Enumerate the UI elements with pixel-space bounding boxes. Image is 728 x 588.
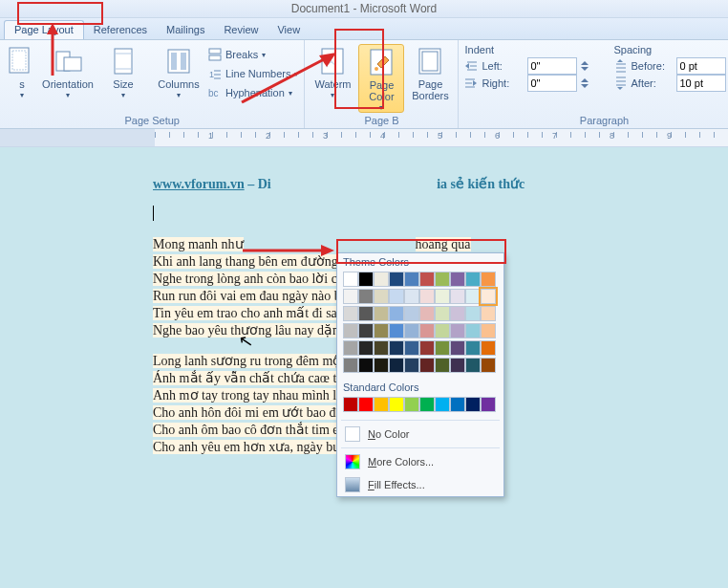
theme-color-swatch[interactable]	[343, 340, 358, 356]
theme-color-swatch[interactable]	[465, 272, 481, 287]
theme-color-swatch[interactable]	[465, 358, 481, 373]
theme-color-swatch[interactable]	[358, 358, 374, 373]
indent-right-spinner[interactable]	[581, 75, 594, 92]
theme-color-swatch[interactable]	[419, 358, 435, 373]
theme-color-swatch[interactable]	[404, 289, 419, 304]
theme-color-swatch[interactable]	[481, 272, 496, 287]
theme-color-swatch[interactable]	[389, 323, 404, 338]
vforum-link[interactable]: www.vforum.vn	[153, 177, 245, 191]
theme-color-swatch[interactable]	[343, 323, 358, 338]
theme-color-swatch[interactable]	[450, 323, 465, 338]
theme-color-swatch[interactable]	[343, 358, 358, 373]
standard-color-swatch[interactable]	[389, 397, 404, 412]
theme-color-swatch[interactable]	[404, 358, 419, 373]
page-borders-button[interactable]: Page Borders	[408, 44, 452, 113]
theme-color-swatch[interactable]	[481, 323, 496, 338]
indent-left-input[interactable]	[527, 57, 577, 75]
fill-effects-item[interactable]: Fill Effects...	[337, 473, 503, 496]
hyphenation-button[interactable]: bc Hyphenation▾	[208, 84, 298, 101]
tab-page-layout[interactable]: Page Layout	[4, 20, 84, 39]
theme-color-swatch[interactable]	[404, 340, 419, 356]
theme-color-swatch[interactable]	[389, 358, 404, 373]
tab-view[interactable]: View	[268, 21, 310, 39]
theme-color-swatch[interactable]	[343, 289, 358, 304]
theme-color-swatch[interactable]	[450, 272, 465, 287]
no-color-item[interactable]: No Color	[337, 423, 503, 446]
theme-color-swatch[interactable]	[450, 358, 465, 373]
theme-color-swatch[interactable]	[465, 323, 481, 338]
theme-color-swatch[interactable]	[374, 289, 389, 304]
theme-color-swatch[interactable]	[450, 306, 465, 321]
theme-color-swatch[interactable]	[450, 340, 465, 356]
theme-color-swatch[interactable]	[374, 272, 389, 287]
theme-color-swatch[interactable]	[374, 323, 389, 338]
tab-review[interactable]: Review	[214, 21, 268, 39]
theme-color-swatch[interactable]	[419, 306, 435, 321]
theme-color-swatch[interactable]	[374, 358, 389, 373]
orientation-button[interactable]: Orientation ▾	[42, 44, 94, 101]
page-color-button[interactable]: Page Color ▾	[358, 44, 404, 113]
theme-color-swatch[interactable]	[435, 289, 450, 304]
spacing-after-input[interactable]	[676, 75, 726, 92]
theme-color-swatch[interactable]	[389, 340, 404, 356]
size-button[interactable]: Size ▾	[97, 44, 149, 101]
theme-color-swatch[interactable]	[358, 289, 374, 304]
theme-color-swatch[interactable]	[481, 358, 496, 373]
indent-right-input[interactable]	[527, 75, 577, 92]
standard-color-swatch[interactable]	[419, 397, 435, 412]
theme-color-swatch[interactable]	[419, 272, 435, 287]
theme-color-swatch[interactable]	[374, 340, 389, 356]
theme-color-swatch[interactable]	[465, 289, 481, 304]
theme-color-swatch[interactable]	[419, 340, 435, 356]
indent-left-spinner[interactable]	[581, 57, 594, 75]
theme-color-swatch[interactable]	[389, 272, 404, 287]
theme-color-swatch[interactable]	[404, 323, 419, 338]
horizontal-ruler[interactable]: 123456789	[0, 129, 728, 147]
watermark-button[interactable]: A Waterm ▾	[310, 44, 354, 113]
theme-color-swatch[interactable]	[481, 306, 496, 321]
text-line[interactable]: Mong manh nhưhoáng qua	[153, 236, 728, 252]
theme-color-swatch[interactable]	[358, 340, 374, 356]
breaks-button[interactable]: Breaks▾	[208, 46, 298, 63]
theme-color-swatch[interactable]	[435, 358, 450, 373]
theme-color-swatch[interactable]	[435, 323, 450, 338]
spacing-before-input[interactable]	[676, 57, 726, 75]
theme-color-swatch[interactable]	[435, 340, 450, 356]
theme-color-swatch[interactable]	[389, 289, 404, 304]
more-colors-item[interactable]: More Colors...	[337, 450, 503, 473]
more-colors-icon	[345, 454, 360, 469]
standard-color-swatch[interactable]	[435, 397, 450, 412]
theme-color-swatch[interactable]	[389, 306, 404, 321]
theme-color-swatch[interactable]	[358, 323, 374, 338]
standard-color-swatch[interactable]	[481, 397, 496, 412]
theme-color-swatch[interactable]	[404, 272, 419, 287]
theme-color-swatch[interactable]	[435, 306, 450, 321]
tab-mailings[interactable]: Mailings	[157, 21, 214, 39]
theme-color-swatch[interactable]	[374, 306, 389, 321]
theme-color-swatch[interactable]	[465, 306, 481, 321]
theme-color-swatch[interactable]	[465, 340, 481, 356]
theme-color-swatch[interactable]	[435, 272, 450, 287]
margins-button[interactable]: s ▾	[6, 44, 38, 101]
standard-color-swatch[interactable]	[343, 397, 358, 412]
theme-color-swatch[interactable]	[419, 323, 435, 338]
theme-color-swatch[interactable]	[419, 289, 435, 304]
standard-color-swatch[interactable]	[450, 397, 465, 412]
theme-color-swatch[interactable]	[358, 272, 374, 287]
spacing-before-icon	[613, 59, 627, 73]
theme-color-swatch[interactable]	[450, 289, 465, 304]
theme-color-swatch[interactable]	[481, 340, 496, 356]
standard-color-swatch[interactable]	[374, 397, 389, 412]
document-area[interactable]: ↖ www.vforum.vn – Di ia sẻ kiến thức Mon…	[0, 147, 728, 588]
theme-color-swatch[interactable]	[404, 306, 419, 321]
theme-color-swatch[interactable]	[358, 306, 374, 321]
tab-references[interactable]: References	[84, 21, 157, 39]
columns-button[interactable]: Columns ▾	[153, 44, 204, 101]
line-numbers-button[interactable]: 1 Line Numbers▾	[208, 65, 298, 82]
theme-color-swatch[interactable]	[343, 272, 358, 287]
standard-color-swatch[interactable]	[465, 397, 481, 412]
standard-color-swatch[interactable]	[404, 397, 419, 412]
theme-color-swatch[interactable]	[343, 306, 358, 321]
standard-color-swatch[interactable]	[358, 397, 374, 412]
theme-color-swatch[interactable]	[481, 289, 496, 304]
